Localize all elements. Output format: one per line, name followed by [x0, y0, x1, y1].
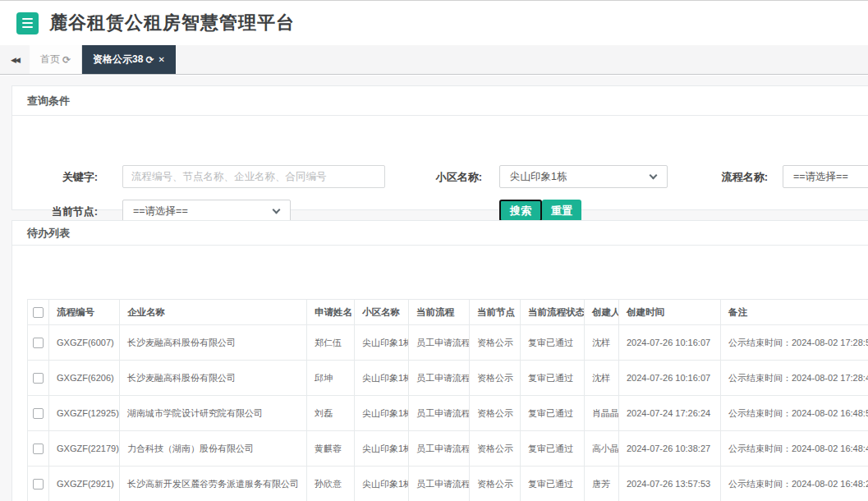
row-checkbox[interactable] [33, 338, 44, 348]
todo-table: 流程编号企业名称申请姓名小区名称当前流程当前节点当前流程状态创建人创建时间备注 … [27, 299, 868, 501]
table-cell: 资格公示 [470, 396, 521, 431]
table-cell: 员工申请流程 [409, 361, 470, 396]
table-cell: 公示结束时间：2024-08-02 16:48:43 [721, 431, 868, 467]
node-select-value: ==请选择== [133, 205, 188, 217]
column-header: 企业名称 [120, 300, 307, 325]
table-cell: 长沙高新开发区麓谷劳务派遣服务有限公司 [120, 467, 307, 501]
table-cell: 湖南城市学院设计研究院有限公司 [120, 396, 307, 431]
todo-panel: 待办列表 流程编号企业名称申请姓名小区名称当前流程当前节点当前流程状态创建人创建 [11, 220, 868, 501]
column-header: 创建人 [585, 300, 619, 325]
app-title: 麓谷租赁公租房智慧管理平台 [49, 11, 295, 35]
table-cell: 力合科技（湖南）股份有限公司 [120, 431, 307, 467]
column-header: 流程编号 [49, 300, 120, 325]
query-panel-title: 查询条件 [12, 86, 868, 116]
table-row: GXGZF(6206)长沙麦融高科股份有限公司邱坤尖山印象1栋员工申请流程资格公… [28, 361, 868, 396]
column-header: 当前流程状态 [521, 300, 585, 325]
table-cell: 员工申请流程 [409, 431, 470, 467]
row-checkbox[interactable] [33, 373, 44, 384]
community-select[interactable]: 尖山印象1栋 [499, 165, 668, 188]
column-header: 当前节点 [470, 300, 521, 325]
table-cell: 尖山印象1栋 [355, 361, 409, 396]
process-select[interactable]: ==请选择== [783, 165, 868, 188]
chevron-down-icon [650, 172, 658, 180]
search-button[interactable]: 搜索 [499, 200, 542, 222]
select-all-checkbox[interactable] [33, 307, 44, 318]
table-cell: 复审已通过 [521, 431, 585, 467]
keyword-input[interactable] [122, 165, 385, 188]
table-cell: 资格公示 [470, 467, 521, 501]
table-body: GXGZF(6007)长沙麦融高科股份有限公司郑仁伍尖山印象1栋员工申请流程资格… [28, 325, 868, 501]
column-header: 创建时间 [619, 300, 721, 325]
table-cell: 员工申请流程 [409, 325, 470, 361]
table-cell: 公示结束时间：2024-08-02 16:48:56 [721, 396, 868, 431]
collapse-tabs-icon[interactable]: ◀◀ [0, 45, 30, 74]
table-cell: GXGZF(2921) [49, 467, 120, 501]
row-checkbox-cell [28, 325, 49, 361]
column-header: 小区名称 [355, 300, 409, 325]
todo-panel-title: 待办列表 [12, 221, 868, 246]
table-cell: 复审已通过 [521, 361, 585, 396]
table-cell: 2024-07-26 10:16:07 [619, 325, 721, 361]
table-cell: 郑仁伍 [307, 325, 355, 361]
reset-button[interactable]: 重置 [542, 200, 581, 222]
table-cell: 复审已通过 [521, 325, 585, 361]
table-cell: 资格公示 [470, 431, 521, 467]
row-checkbox-cell [28, 467, 49, 501]
table-cell: 尖山印象1栋 [355, 431, 409, 467]
table-cell: 员工申请流程 [409, 467, 470, 501]
row-checkbox[interactable] [33, 479, 44, 490]
app-window: 麓谷租赁公租房智慧管理平台 ◀◀ 首页 ⟳ 资格公示38 ⟳ ✕ 查询条件 关键… [0, 0, 868, 501]
table-row: GXGZF(12925)湖南城市学院设计研究院有限公司刘磊尖山印象1栋员工申请流… [28, 396, 868, 431]
hamburger-menu-icon[interactable] [16, 12, 39, 34]
process-select-value: ==请选择== [793, 171, 848, 182]
table-cell: 沈样 [585, 325, 619, 361]
table-cell: 尖山印象1栋 [355, 325, 409, 361]
tab-qualification-label: 资格公示38 [93, 53, 143, 67]
table-cell: 公示结束时间：2024-08-02 17:28:53 [721, 325, 868, 361]
close-icon[interactable]: ✕ [158, 55, 164, 64]
query-form: 关键字: 小区名称: 尖山印象1栋 流程名称: ==请选择== 当前节点: ==… [12, 116, 868, 211]
table-cell: 高小晶 [585, 431, 619, 467]
table-cell: 肖晶晶 [585, 396, 619, 431]
table-cell: 尖山印象1栋 [355, 396, 409, 431]
column-header: 申请姓名 [307, 300, 355, 325]
table-cell: 2024-07-26 10:16:07 [619, 361, 721, 396]
chevron-down-icon [273, 206, 281, 214]
table-cell: 资格公示 [470, 325, 521, 361]
table-row: GXGZF(6007)长沙麦融高科股份有限公司郑仁伍尖山印象1栋员工申请流程资格… [28, 325, 868, 361]
refresh-icon[interactable]: ⟳ [145, 54, 154, 66]
table-cell: 2024-07-24 17:26:24 [619, 396, 721, 431]
table-cell: 邱坤 [307, 361, 355, 396]
table-cell: 2024-07-26 13:57:53 [619, 467, 721, 501]
row-checkbox-cell [28, 396, 49, 431]
process-label: 流程名称: [696, 170, 768, 185]
table-cell: GXGZF(6206) [49, 361, 120, 396]
table-header-row: 流程编号企业名称申请姓名小区名称当前流程当前节点当前流程状态创建人创建时间备注 [28, 300, 868, 325]
table-cell: 公示结束时间：2024-08-02 17:28:42 [721, 361, 868, 396]
table-cell: 黄麒蓉 [307, 431, 355, 467]
tab-qualification-publicity[interactable]: 资格公示38 ⟳ ✕ [82, 45, 176, 74]
select-all-cell [28, 300, 49, 325]
table-cell: GXGZF(12925) [49, 396, 120, 431]
table-cell: 刘磊 [307, 396, 355, 431]
table-cell: 2024-07-26 10:38:27 [619, 431, 721, 467]
column-header: 备注 [721, 300, 868, 325]
table-row: GXGZF(22179)力合科技（湖南）股份有限公司黄麒蓉尖山印象1栋员工申请流… [28, 431, 868, 467]
table-cell: 资格公示 [470, 361, 521, 396]
table-cell: GXGZF(6007) [49, 325, 120, 361]
table-cell: 孙欣意 [307, 467, 355, 501]
table-cell: 员工申请流程 [409, 396, 470, 431]
refresh-icon[interactable]: ⟳ [62, 54, 71, 66]
table-cell: 尖山印象1栋 [355, 467, 409, 501]
community-label: 小区名称: [410, 170, 482, 185]
table-cell: GXGZF(22179) [49, 431, 120, 467]
row-checkbox[interactable] [33, 444, 44, 454]
query-panel: 查询条件 关键字: 小区名称: 尖山印象1栋 流程名称: ==请选择== 当前节… [11, 85, 868, 210]
community-select-value: 尖山印象1栋 [510, 171, 567, 182]
node-select[interactable]: ==请选择== [122, 200, 291, 223]
tab-home[interactable]: 首页 ⟳ [30, 45, 82, 74]
table-cell: 沈样 [585, 361, 619, 396]
content-area: 查询条件 关键字: 小区名称: 尖山印象1栋 流程名称: ==请选择== 当前节… [0, 76, 868, 501]
row-checkbox[interactable] [33, 408, 44, 419]
column-header: 当前流程 [409, 300, 470, 325]
